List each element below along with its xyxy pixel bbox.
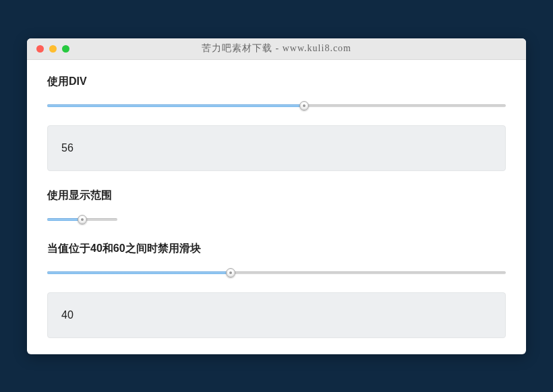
slider-thumb[interactable] [226,268,235,277]
slider-disabled-range[interactable] [47,268,506,277]
section1-title: 使用DIV [47,75,506,89]
slider-div[interactable] [47,101,506,110]
titlebar: 苦力吧素材下载 - www.kuli8.com [27,38,526,60]
slider-fill [47,104,304,107]
window: 苦力吧素材下载 - www.kuli8.com 使用DIV 56 使用显示范围 … [27,38,526,354]
minimize-icon[interactable] [49,45,57,53]
value-display-3: 40 [47,292,506,338]
value-display-1: 56 [47,125,506,171]
maximize-icon[interactable] [62,45,69,53]
slider-range[interactable] [47,215,117,224]
slider-thumb[interactable] [78,215,87,224]
window-controls [27,45,69,53]
close-icon[interactable] [36,45,44,53]
window-title: 苦力吧素材下载 - www.kuli8.com [27,42,526,55]
slider-fill [47,271,231,274]
section2-title: 使用显示范围 [47,189,506,203]
section3-title: 当值位于40和60之间时禁用滑块 [47,242,506,256]
content: 使用DIV 56 使用显示范围 当值位于40和60之间时禁用滑块 40 [27,60,526,354]
slider-thumb[interactable] [299,101,309,110]
